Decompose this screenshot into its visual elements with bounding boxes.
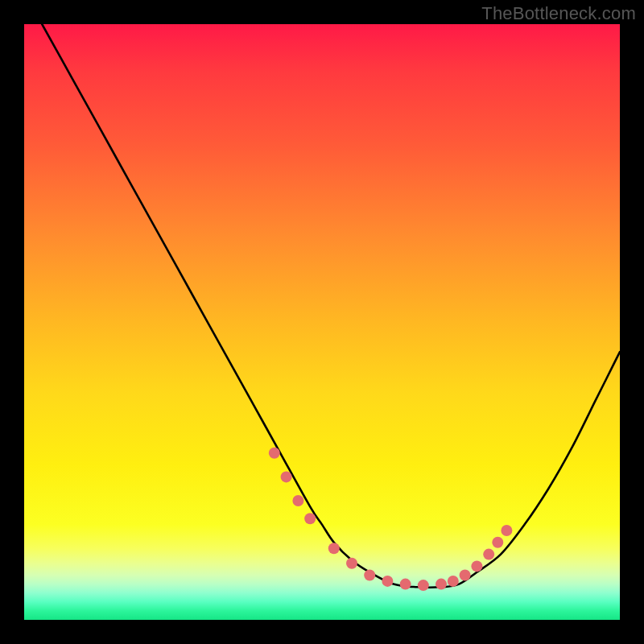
marker-dot bbox=[483, 549, 494, 560]
marker-dot bbox=[328, 543, 340, 554]
marker-dot bbox=[418, 580, 429, 591]
watermark-text: TheBottleneck.com bbox=[481, 3, 636, 24]
marker-dot bbox=[400, 579, 411, 590]
marker-dot bbox=[269, 448, 280, 459]
marker-dots bbox=[269, 448, 513, 591]
bottleneck-curve bbox=[42, 24, 620, 588]
marker-dot bbox=[436, 579, 447, 590]
marker-dot bbox=[460, 570, 471, 581]
marker-dot bbox=[292, 495, 303, 506]
chart-frame: TheBottleneck.com bbox=[0, 0, 644, 644]
marker-dot bbox=[501, 525, 512, 536]
marker-dot bbox=[281, 471, 292, 482]
marker-dot bbox=[346, 558, 357, 569]
marker-dot bbox=[304, 513, 316, 524]
curve-overlay bbox=[24, 24, 620, 620]
marker-dot bbox=[471, 560, 482, 572]
marker-dot bbox=[492, 537, 503, 548]
plot-area bbox=[24, 24, 620, 620]
marker-dot bbox=[364, 570, 375, 581]
marker-dot bbox=[382, 576, 393, 587]
marker-dot bbox=[448, 576, 459, 587]
